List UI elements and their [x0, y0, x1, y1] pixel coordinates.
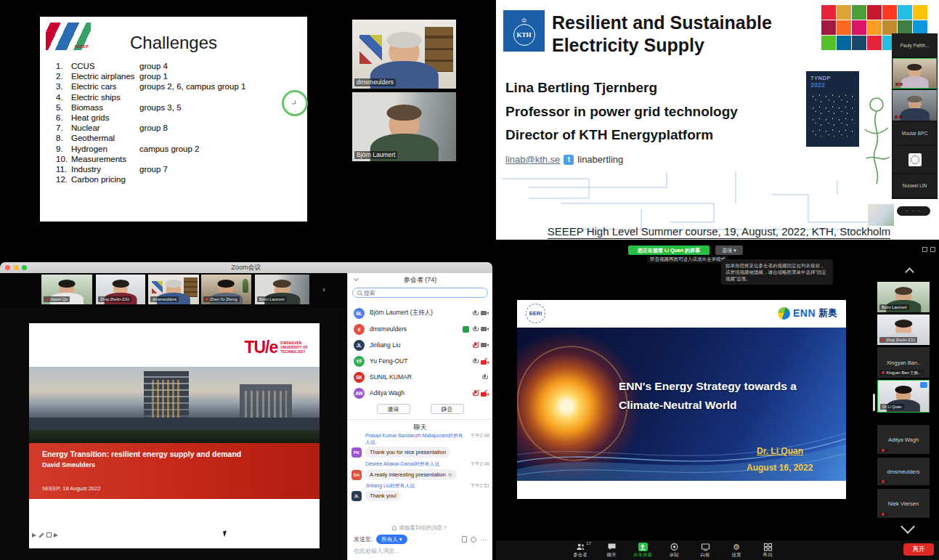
- participant-name-tile[interactable]: Aditya Wagh: [877, 425, 930, 454]
- annotation-toolbar[interactable]: [32, 532, 58, 537]
- challenge-item: 11.Industrygroup 7: [56, 165, 301, 175]
- shape-tool-icon[interactable]: [46, 532, 52, 537]
- avatar: JL: [354, 340, 365, 351]
- participant-video-tile[interactable]: Zhiqi Zhelin-ZJU: [877, 315, 930, 345]
- strip-scrollbar[interactable]: [873, 394, 875, 411]
- title-banner: Energy Transition: resilient energy supp…: [29, 443, 320, 499]
- participant-name-label: [879, 480, 888, 483]
- participant-name-label: dmsmeulders: [150, 296, 179, 302]
- strip-scroll-up[interactable]: [906, 265, 913, 278]
- toolbar-chat[interactable]: 聊天: [602, 543, 621, 559]
- toolbar-label: 白板: [701, 552, 710, 559]
- slide-date: SEEEP, 18 August 2022: [42, 485, 100, 492]
- floating-thumbnail[interactable]: [868, 204, 894, 226]
- participant-name-tile[interactable]: Xingyan Ban.. Xingyan Ban-王炳...: [877, 347, 930, 378]
- participant-row[interactable]: AW Aditya Wagh: [348, 385, 492, 401]
- video-tile[interactable]: Björn Laumert: [255, 275, 309, 304]
- minimize-icon[interactable]: [922, 247, 927, 252]
- zoom-window-bottom-left: Zoom会议 Jiawei Qu Zhiqi Zhelin-ZJU dmsmeu…: [0, 262, 492, 560]
- toolbar-record[interactable]: 录制: [664, 543, 683, 559]
- video-tile[interactable]: Zhen Yu Zheng: [201, 275, 251, 304]
- minimize-window-icon[interactable]: [14, 265, 19, 270]
- participant-row[interactable]: SK SUNIL KUMAR: [348, 369, 492, 385]
- video-tile[interactable]: Zhiqi Zhelin-ZJU: [96, 275, 145, 304]
- tue-logo-caption: EINDHOVEN UNIVERSITY OF TECHNOLOGY: [280, 341, 308, 354]
- search-input[interactable]: [364, 290, 483, 296]
- item-label: Heat grids: [71, 113, 139, 122]
- challenge-item: 12.Carbon pricing: [56, 175, 301, 185]
- message-sender: Prasad Kumar Bandaruth Mallapuram对所有人说: [365, 433, 463, 445]
- mic-icon: [482, 374, 487, 381]
- participant-name-tile[interactable]: Pauly Patith...: [893, 34, 937, 57]
- toolbar-share-screen[interactable]: 共享屏幕: [633, 543, 652, 559]
- toolbar-participants[interactable]: 17 参会者: [571, 543, 590, 559]
- filmstrip-next-icon[interactable]: ›: [322, 285, 325, 293]
- participant-name-label: Björn Laumert: [354, 151, 397, 159]
- muted-mic-icon: [882, 449, 885, 452]
- slide-body: ENN's Energy Strategy towards a Climate-…: [517, 328, 846, 481]
- participant-row[interactable]: YF Yu Feng-OUT: [348, 353, 492, 369]
- decor-artwork: [359, 35, 382, 64]
- next-slide-button[interactable]: ›: [282, 90, 308, 116]
- maximize-window-icon[interactable]: [22, 265, 27, 270]
- video-tile[interactable]: Jiawei Qu: [41, 275, 92, 304]
- emoji-icon[interactable]: [471, 537, 476, 543]
- participant-name-tile[interactable]: Nuowei LIN: [893, 174, 937, 197]
- participant-video-tile[interactable]: Björn Laumert: [877, 282, 930, 312]
- invite-button[interactable]: 邀请: [377, 404, 410, 414]
- participant-list: BL Björn Laumert (主持人) d dmsmeulders JL …: [348, 305, 492, 401]
- strip-scroll-down[interactable]: [903, 522, 913, 535]
- participant-search[interactable]: [352, 288, 488, 298]
- participant-name-label: Dr Li Quan: [880, 404, 904, 410]
- floating-controls-pill[interactable]: · · ·: [897, 206, 930, 216]
- forward-tool-icon[interactable]: [54, 533, 58, 537]
- slide-title-line2: Electricity Supply: [552, 34, 772, 57]
- toolbar-whiteboard[interactable]: 白板: [696, 543, 715, 559]
- file-icon[interactable]: [462, 536, 467, 543]
- sdg-tile: [837, 20, 851, 35]
- participant-row[interactable]: BL Björn Laumert (主持人): [348, 305, 492, 321]
- send-target-dropdown[interactable]: 所有人 ▾: [376, 535, 407, 544]
- toolbar-label: 设置: [732, 552, 741, 559]
- challenges-slide: SEEEP Challenges 1.CCUSgroup 4 2.Electri…: [40, 17, 307, 222]
- participant-avatar-tile[interactable]: [893, 146, 937, 173]
- video-tile-active-speaker[interactable]: dmsmeulders: [148, 275, 199, 304]
- participant-name-label: Björn Laumert: [257, 296, 287, 302]
- presentation-quadrant-top-right: ♔ KTH Resilient and Sustainable Electric…: [496, 0, 939, 245]
- toolbar-settings[interactable]: ⚙ 设置: [727, 543, 746, 559]
- video-tile-bjorn-laumert[interactable]: Björn Laumert: [352, 92, 456, 161]
- participant-video-tile-active[interactable]: Dr Li Quan: [877, 380, 930, 413]
- fullscreen-icon[interactable]: [930, 247, 935, 252]
- participant-name-tile[interactable]: dmsmeulders: [877, 458, 930, 485]
- challenge-item: 7.Nucleargroup 8: [56, 123, 301, 134]
- twitter-handle: linabertling: [577, 154, 623, 165]
- mac-titlebar[interactable]: Zoom会议: [0, 262, 492, 273]
- pen-tool-icon[interactable]: [38, 532, 44, 537]
- message-time: 下午2:51: [470, 483, 489, 490]
- toolbar-layout[interactable]: 布局: [758, 543, 777, 559]
- pointer-tool-icon[interactable]: [32, 533, 36, 537]
- participant-name-tile[interactable]: Niek Viersen: [877, 489, 930, 518]
- mute-button[interactable]: 静音: [431, 404, 464, 414]
- view-options-button[interactable]: 选项 ▾: [715, 245, 743, 255]
- sdg-tile: [852, 5, 866, 20]
- screenshot-canvas: SEEEP Challenges 1.CCUSgroup 4 2.Electri…: [0, 0, 939, 560]
- item-group: group 4: [139, 62, 168, 70]
- participant-row[interactable]: JL Jinliang Liu: [348, 337, 492, 353]
- participant-name-label: Zhiqi Zhelin-ZJU: [879, 337, 917, 343]
- close-window-icon[interactable]: [5, 265, 10, 270]
- chat-message-input[interactable]: [354, 548, 487, 554]
- participant-video-tile[interactable]: [893, 58, 937, 89]
- muted-mic-icon: [46, 298, 49, 301]
- leave-meeting-button[interactable]: 离开: [903, 543, 934, 556]
- participant-actions: 邀请 静音: [348, 404, 492, 414]
- participant-row[interactable]: d dmsmeulders: [348, 321, 492, 337]
- item-number: 5.: [56, 103, 71, 112]
- email-link: linab@kth.se: [505, 154, 560, 165]
- collapse-icon[interactable]: [354, 276, 359, 281]
- participant-video-tile[interactable]: [893, 90, 937, 121]
- participant-name-tile[interactable]: Moutar BPC: [893, 122, 937, 145]
- participant-name: Yu Feng-OUT: [370, 357, 468, 365]
- item-label: Biomass: [71, 103, 139, 112]
- video-tile-dmsmeulders[interactable]: dmsmeulders: [352, 20, 456, 89]
